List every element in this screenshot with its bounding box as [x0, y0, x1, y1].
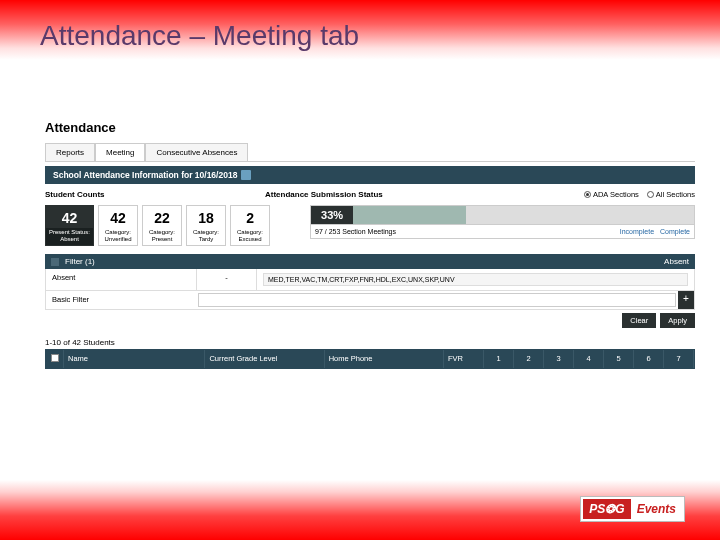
- app-title: Attendance: [45, 120, 695, 135]
- basic-filter-input[interactable]: [198, 293, 676, 307]
- tab-meeting[interactable]: Meeting: [95, 143, 145, 161]
- link-complete[interactable]: Complete: [660, 228, 690, 235]
- col-period-4[interactable]: 4: [574, 350, 604, 368]
- filter-title: Filter (1): [65, 257, 95, 266]
- student-counts: 42Present Status:Absent42Category:Unveri…: [45, 205, 270, 246]
- tab-consecutive-absences[interactable]: Consecutive Absences: [145, 143, 248, 161]
- col-period-1[interactable]: 1: [484, 350, 514, 368]
- count-box[interactable]: 42Present Status:Absent: [45, 205, 94, 246]
- app-panel: Attendance Reports Meeting Consecutive A…: [45, 120, 695, 369]
- calendar-icon[interactable]: [241, 170, 251, 180]
- filter-bar[interactable]: Filter (1) Absent: [45, 254, 695, 269]
- col-grade[interactable]: Current Grade Level: [205, 350, 324, 368]
- radio-ada-sections[interactable]: ADA Sections: [584, 190, 639, 199]
- panel-header: School Attendance Information for 10/16/…: [45, 166, 695, 184]
- basic-filter-label: Basic Filter: [46, 291, 196, 309]
- collapse-icon[interactable]: [51, 258, 59, 266]
- count-box[interactable]: 22Category:Present: [142, 205, 182, 246]
- filter-field-label: Absent: [46, 269, 196, 290]
- filter-operator[interactable]: -: [196, 269, 256, 290]
- result-count: 1-10 of 42 Students: [45, 338, 695, 349]
- col-phone[interactable]: Home Phone: [325, 350, 444, 368]
- count-box[interactable]: 18Category:Tardy: [186, 205, 226, 246]
- slide-title: Attendance – Meeting tab: [40, 20, 359, 52]
- col-period-6[interactable]: 6: [634, 350, 664, 368]
- tabs: Reports Meeting Consecutive Absences: [45, 143, 695, 162]
- col-name[interactable]: Name: [64, 350, 205, 368]
- add-filter-button[interactable]: +: [678, 291, 694, 309]
- logo: PS❂G Events: [580, 496, 685, 522]
- panel-header-text: School Attendance Information for 10/16/…: [53, 170, 237, 180]
- basic-filter-row: Basic Filter +: [45, 291, 695, 310]
- student-counts-label: Student Counts: [45, 190, 195, 199]
- col-period-3[interactable]: 3: [544, 350, 574, 368]
- col-period-7[interactable]: 7: [664, 350, 694, 368]
- col-period-2[interactable]: 2: [514, 350, 544, 368]
- filter-summary: Absent: [664, 257, 689, 266]
- col-fvr[interactable]: FVR: [444, 350, 484, 368]
- logo-left: PS❂G: [583, 499, 630, 519]
- apply-button[interactable]: Apply: [660, 313, 695, 328]
- radio-all-sections[interactable]: All Sections: [647, 190, 695, 199]
- progress-percent: 33%: [311, 206, 353, 224]
- count-box[interactable]: 42Category:Unverified: [98, 205, 138, 246]
- link-incomplete[interactable]: Incomplete: [620, 228, 654, 235]
- progress-subtext: 97 / 253 Section Meetings: [315, 228, 620, 235]
- progress-bar: 33%: [310, 205, 695, 225]
- table-header: Name Current Grade Level Home Phone FVR …: [45, 349, 695, 369]
- clear-button[interactable]: Clear: [622, 313, 656, 328]
- col-period-5[interactable]: 5: [604, 350, 634, 368]
- filter-values[interactable]: MED,TER,VAC,TM,CRT,FXP,FNR,HDL,EXC,UNX,S…: [263, 273, 688, 286]
- logo-right: Events: [631, 499, 682, 519]
- col-checkbox[interactable]: [46, 350, 64, 368]
- tab-reports[interactable]: Reports: [45, 143, 95, 161]
- filter-row: Absent - MED,TER,VAC,TM,CRT,FXP,FNR,HDL,…: [45, 269, 695, 291]
- submission-status-label: Attendance Submission Status: [265, 190, 445, 199]
- count-box[interactable]: 2Category:Excused: [230, 205, 270, 246]
